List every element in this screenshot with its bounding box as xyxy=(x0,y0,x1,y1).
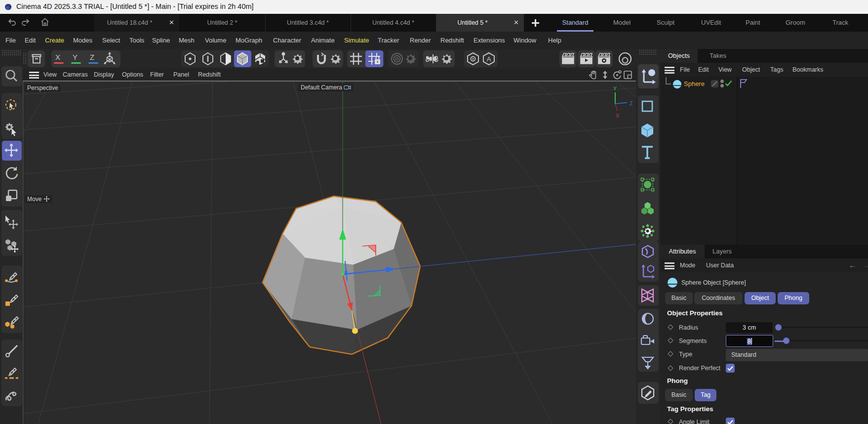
svg-text:Y: Y xyxy=(613,85,617,91)
svg-text:Z: Z xyxy=(630,100,633,106)
svg-text:X: X xyxy=(616,113,619,119)
svg-text:A: A xyxy=(487,55,491,63)
